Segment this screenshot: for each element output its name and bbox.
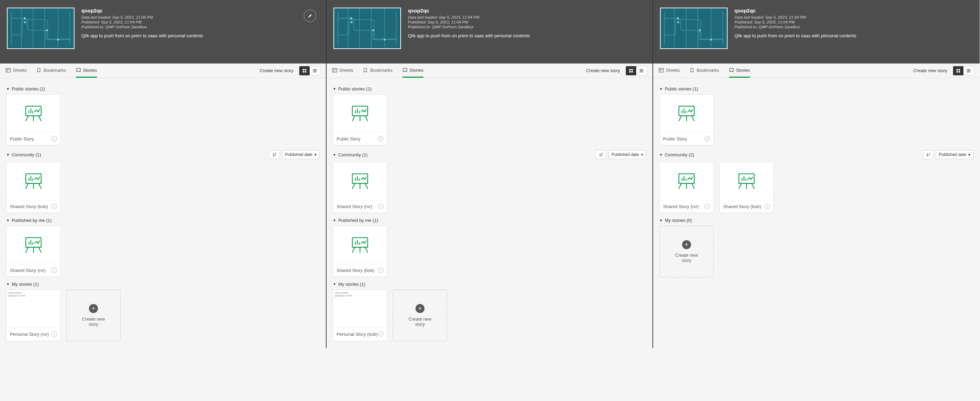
sort-field-dropdown[interactable]: Published date ▾ xyxy=(936,150,974,159)
tab-sheets[interactable]: Sheets xyxy=(659,64,680,78)
info-icon[interactable]: i xyxy=(51,331,57,337)
section-header-mine[interactable]: ▼ My stories (1) xyxy=(333,281,646,287)
view-toggle xyxy=(625,66,647,75)
tab-sheets[interactable]: Sheets xyxy=(6,64,27,78)
sort-field-label: Published date xyxy=(939,152,966,157)
info-icon[interactable]: i xyxy=(378,136,383,142)
section-title: My stories (1) xyxy=(338,281,366,287)
tab-stories-label: Stories xyxy=(736,68,750,73)
section-header-mine[interactable]: ▼ My stories (0) xyxy=(659,218,974,223)
chevron-down-icon: ▾ xyxy=(315,152,317,157)
sort-icon xyxy=(272,152,277,157)
tab-stories[interactable]: Stories xyxy=(729,64,750,78)
section-cards-public: Public Story i xyxy=(659,94,974,145)
info-icon[interactable]: i xyxy=(764,204,770,209)
section-title: Public stories (1) xyxy=(12,86,45,91)
app-description: Qlik app to push from on prem to saas wi… xyxy=(408,33,530,38)
create-story-link[interactable]: Create new story xyxy=(586,68,620,73)
section-header-public[interactable]: ▼ Public stories (1) xyxy=(6,86,320,91)
section-cards-byme: Shared Story (bob) i xyxy=(333,226,646,277)
story-card[interactable]: Shared Story (bob) i xyxy=(6,162,61,213)
sort-field-dropdown[interactable]: Published date ▾ xyxy=(609,150,646,159)
view-grid-button[interactable] xyxy=(299,66,310,75)
view-toggle xyxy=(299,66,320,75)
create-story-link[interactable]: Create new story xyxy=(913,68,947,73)
story-card[interactable]: Public Story i xyxy=(6,94,61,145)
story-label-row: Shared Story (bob) i xyxy=(333,264,387,276)
caret-down-icon: ▼ xyxy=(6,282,10,286)
app-header: qsop2qc Data last loaded: Sep 5, 2023, 1… xyxy=(653,0,980,64)
story-card[interactable]: Public Story i xyxy=(659,94,714,145)
tab-bookmarks[interactable]: Bookmarks xyxy=(36,64,66,78)
section-header-byme[interactable]: ▼ Published by me (1) xyxy=(6,218,320,223)
info-icon[interactable]: i xyxy=(51,267,57,273)
list-icon xyxy=(312,68,317,73)
easel-icon xyxy=(24,236,43,254)
sort-direction-button[interactable] xyxy=(269,150,280,159)
section-header-public[interactable]: ▼ Public stories (1) xyxy=(333,86,646,91)
tab-bookmarks[interactable]: Bookmarks xyxy=(689,64,719,78)
create-story-card[interactable]: + Create new story xyxy=(659,226,714,278)
plus-icon: + xyxy=(415,304,425,313)
tab-stories[interactable]: Stories xyxy=(402,64,423,78)
story-card[interactable]: Public Story i xyxy=(333,94,387,145)
edit-app-button[interactable] xyxy=(304,10,316,22)
story-card[interactable]: Hello World!qsop2qc is here Personal Sto… xyxy=(333,289,387,341)
create-story-link[interactable]: Create new story xyxy=(260,68,293,73)
view-grid-button[interactable] xyxy=(953,66,963,75)
info-icon[interactable]: i xyxy=(51,136,57,142)
tab-bookmarks[interactable]: Bookmarks xyxy=(363,64,392,78)
story-label: Shared Story (bob) xyxy=(723,204,761,209)
view-grid-button[interactable] xyxy=(626,66,636,75)
story-card[interactable]: Shared Story (rvr) i xyxy=(659,162,714,213)
section-header-community[interactable]: ▼ Community (1) Published date ▾ xyxy=(6,150,320,159)
sort-field-dropdown[interactable]: Published date ▾ xyxy=(282,150,320,159)
sort-direction-button[interactable] xyxy=(595,150,606,159)
section-header-byme[interactable]: ▼ Published by me (1) xyxy=(333,218,646,223)
story-card[interactable]: Shared Story (bob) i xyxy=(719,162,774,213)
tab-stories-label: Stories xyxy=(410,68,423,73)
pencil-icon xyxy=(307,13,313,19)
view-list-button[interactable] xyxy=(963,66,974,75)
story-label-row: Shared Story (rvr) i xyxy=(333,200,387,212)
section-header-community[interactable]: ▼ Community (1) Published date ▾ xyxy=(333,150,646,159)
view-list-button[interactable] xyxy=(636,66,647,75)
caret-down-icon: ▼ xyxy=(6,219,10,222)
story-card[interactable]: Shared Story (bob) i xyxy=(333,226,387,277)
sort-direction-button[interactable] xyxy=(923,150,934,159)
view-list-button[interactable] xyxy=(310,66,320,75)
info-icon[interactable]: i xyxy=(378,267,383,273)
info-icon[interactable]: i xyxy=(378,204,383,209)
tab-stories[interactable]: Stories xyxy=(76,64,97,78)
story-label: Personal Story (rvr) xyxy=(10,332,49,337)
section-header-community[interactable]: ▼ Community (2) Published date ▾ xyxy=(659,150,974,159)
story-card[interactable]: Shared Story (rvr) i xyxy=(6,226,61,277)
story-label: Personal Story (bob) xyxy=(337,332,378,337)
story-card[interactable]: Hello World!qsop2qc is here Personal Sto… xyxy=(6,289,61,341)
app-meta: qsop2qc Data last loaded: Sep 5, 2023, 1… xyxy=(408,8,530,49)
caret-down-icon: ▼ xyxy=(333,219,336,222)
story-thumb xyxy=(333,162,387,200)
panel: qsop2qc Data last loaded: Sep 5, 2023, 1… xyxy=(653,0,980,348)
section-tools: Published date ▾ xyxy=(269,150,320,159)
info-icon[interactable]: i xyxy=(705,204,710,209)
sheets-icon xyxy=(6,68,11,73)
app-meta: qsop2qc Data last loaded: Sep 5, 2023, 1… xyxy=(81,8,203,49)
tab-sheets[interactable]: Sheets xyxy=(332,64,353,78)
create-card-label: Create new story xyxy=(671,252,702,263)
app-header: qsop2qc Data last loaded: Sep 5, 2023, 1… xyxy=(0,0,326,64)
section-header-public[interactable]: ▼ Public stories (1) xyxy=(659,86,974,91)
create-story-card[interactable]: + Create new story xyxy=(66,289,121,341)
content: ▼ Public stories (1) Public Story i ▼ Co… xyxy=(0,78,326,348)
info-icon[interactable]: i xyxy=(378,331,383,337)
section-header-mine[interactable]: ▼ My stories (1) xyxy=(6,281,320,287)
story-card[interactable]: Shared Story (rvr) i xyxy=(333,162,387,213)
story-label-row: Personal Story (rvr) i xyxy=(6,328,60,340)
view-toggle xyxy=(953,66,974,75)
info-icon[interactable]: i xyxy=(705,136,710,142)
create-story-card[interactable]: + Create new story xyxy=(393,289,447,341)
sheets-icon xyxy=(659,68,664,73)
story-label-row: Shared Story (rvr) i xyxy=(6,264,60,276)
info-icon[interactable]: i xyxy=(51,204,57,209)
app-thumbnail xyxy=(7,8,75,49)
